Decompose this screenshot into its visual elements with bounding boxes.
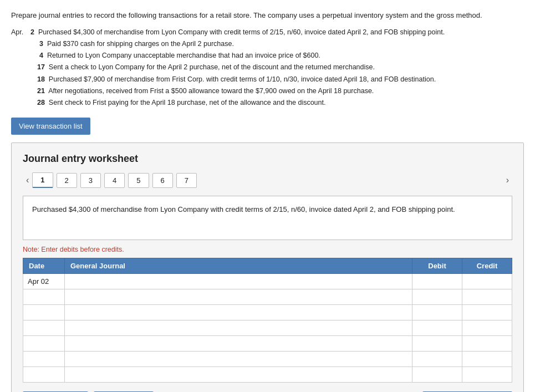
view-transaction-list-button[interactable]: View transaction list (11, 118, 90, 135)
journal-input-1[interactable] (65, 289, 412, 304)
credit-input-5[interactable] (462, 352, 512, 366)
credit-cell-0[interactable] (462, 274, 512, 289)
journal-cell-2[interactable] (65, 305, 412, 320)
journal-cell-1[interactable] (65, 289, 412, 305)
debit-cell-0[interactable] (412, 274, 462, 289)
journal-input-4[interactable] (65, 336, 412, 351)
transaction-item-5: 21 After negotiations, received from Fri… (30, 85, 445, 97)
journal-table: Date General Journal Debit Credit Apr 02 (23, 258, 512, 383)
date-cell-2 (23, 305, 65, 320)
table-row (23, 336, 512, 352)
date-cell-0: Apr 02 (23, 274, 65, 289)
debit-input-4[interactable] (412, 336, 462, 351)
credit-input-0[interactable] (462, 274, 512, 289)
debit-cell-4[interactable] (412, 336, 462, 352)
debit-cell-6[interactable] (412, 367, 462, 383)
transaction-items: 2 Purchased $4,300 of merchandise from L… (30, 27, 445, 109)
debit-input-1[interactable] (412, 289, 462, 304)
transaction-item-2: 4 Returned to Lyon Company unacceptable … (30, 50, 445, 62)
col-header-general-journal: General Journal (65, 258, 412, 274)
description-box: Purchased $4,300 of merchandise from Lyo… (23, 196, 512, 240)
credit-input-6[interactable] (462, 367, 512, 382)
transaction-item-0: 2 Purchased $4,300 of merchandise from L… (30, 27, 445, 38)
debit-cell-2[interactable] (412, 305, 462, 320)
journal-cell-3[interactable] (65, 320, 412, 336)
col-header-date: Date (23, 258, 65, 274)
date-cell-5 (23, 352, 65, 367)
journal-cell-4[interactable] (65, 336, 412, 352)
col-header-credit: Credit (462, 258, 512, 274)
tab-7[interactable]: 7 (176, 173, 197, 188)
credit-cell-5[interactable] (462, 352, 512, 367)
journal-input-3[interactable] (65, 320, 412, 335)
transactions-section: Apr. 2 Purchased $4,300 of merchandise f… (11, 27, 524, 109)
date-cell-4 (23, 336, 65, 352)
tab-prev-arrow[interactable]: ‹ (23, 173, 32, 187)
journal-input-5[interactable] (65, 352, 412, 366)
tab-next-arrow[interactable]: › (503, 173, 512, 187)
credit-input-3[interactable] (462, 320, 512, 335)
tab-6[interactable]: 6 (152, 173, 173, 188)
note-text: Note: Enter debits before credits. (23, 246, 512, 253)
tabs-row: ‹ 1 2 3 4 5 6 7 › (23, 172, 512, 188)
date-cell-1 (23, 289, 65, 305)
debit-input-2[interactable] (412, 305, 462, 320)
col-header-debit: Debit (412, 258, 462, 274)
transaction-item-3: 17 Sent a check to Lyon Company for the … (30, 62, 445, 73)
credit-input-2[interactable] (462, 305, 512, 320)
tab-1[interactable]: 1 (32, 172, 53, 188)
table-row (23, 305, 512, 320)
journal-cell-6[interactable] (65, 367, 412, 383)
credit-cell-3[interactable] (462, 320, 512, 336)
table-row (23, 289, 512, 305)
journal-input-6[interactable] (65, 367, 412, 382)
worksheet-title: Journal entry worksheet (23, 153, 512, 165)
date-cell-6 (23, 367, 65, 383)
tab-2[interactable]: 2 (57, 173, 77, 188)
credit-cell-4[interactable] (462, 336, 512, 352)
credit-input-1[interactable] (462, 289, 512, 304)
table-row (23, 367, 512, 383)
date-cell-3 (23, 320, 65, 336)
table-row (23, 320, 512, 336)
debit-input-6[interactable] (412, 367, 462, 382)
credit-cell-6[interactable] (462, 367, 512, 383)
tab-3[interactable]: 3 (80, 173, 101, 188)
month-label: Apr. (11, 27, 30, 38)
journal-input-0[interactable] (65, 274, 412, 289)
worksheet-container: Journal entry worksheet ‹ 1 2 3 4 5 6 7 … (11, 142, 524, 392)
debit-input-5[interactable] (412, 352, 462, 366)
debit-cell-1[interactable] (412, 289, 462, 305)
tab-5[interactable]: 5 (128, 173, 149, 188)
intro-text: Prepare journal entries to record the fo… (11, 10, 524, 21)
debit-input-3[interactable] (412, 320, 462, 335)
tab-4[interactable]: 4 (104, 173, 125, 188)
journal-cell-0[interactable] (65, 274, 412, 289)
debit-input-0[interactable] (412, 274, 462, 289)
transaction-item-1: 3 Paid $370 cash for shipping charges on… (30, 38, 445, 50)
journal-input-2[interactable] (65, 305, 412, 320)
debit-cell-3[interactable] (412, 320, 462, 336)
transaction-item-6: 28 Sent check to Frist paying for the Ap… (30, 97, 445, 109)
credit-input-4[interactable] (462, 336, 512, 351)
table-row (23, 352, 512, 367)
debit-cell-5[interactable] (412, 352, 462, 367)
credit-cell-1[interactable] (462, 289, 512, 305)
table-row: Apr 02 (23, 274, 512, 289)
journal-cell-5[interactable] (65, 352, 412, 367)
transaction-item-4: 18 Purchased $7,900 of merchandise from … (30, 74, 445, 85)
credit-cell-2[interactable] (462, 305, 512, 320)
